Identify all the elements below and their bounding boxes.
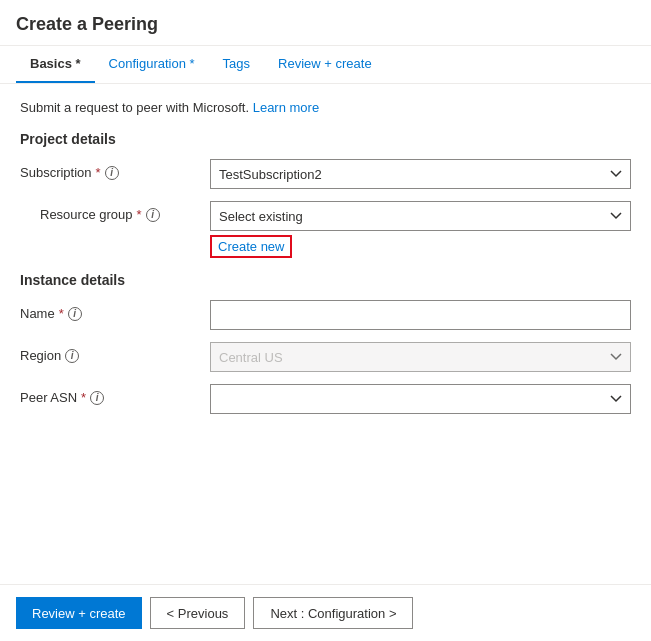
resource-group-required-star: *: [137, 207, 142, 222]
subscription-dropdown[interactable]: TestSubscription2: [210, 159, 631, 189]
subscription-label: Subscription * i: [20, 159, 200, 180]
subscription-row: Subscription * i TestSubscription2: [20, 159, 631, 189]
info-text: Submit a request to peer with Microsoft.…: [20, 100, 631, 115]
region-dropdown[interactable]: Central US: [210, 342, 631, 372]
subscription-info-icon: i: [105, 166, 119, 180]
peer-asn-label: Peer ASN * i: [20, 384, 200, 405]
name-required-star: *: [59, 306, 64, 321]
resource-group-label: Resource group * i: [20, 201, 200, 222]
peer-asn-row: Peer ASN * i: [20, 384, 631, 414]
tabs-bar: Basics * Configuration * Tags Review + c…: [0, 46, 651, 84]
peer-asn-dropdown[interactable]: [210, 384, 631, 414]
region-label: Region i: [20, 342, 200, 363]
name-control: [210, 300, 631, 330]
page-title: Create a Peering: [16, 14, 635, 35]
footer: Review + create < Previous Next : Config…: [0, 584, 651, 641]
instance-details-title: Instance details: [20, 272, 631, 288]
tab-tags[interactable]: Tags: [209, 46, 264, 83]
subscription-control: TestSubscription2: [210, 159, 631, 189]
tab-configuration[interactable]: Configuration *: [95, 46, 209, 83]
peer-asn-info-icon: i: [90, 391, 104, 405]
region-info-icon: i: [65, 349, 79, 363]
resource-group-info-icon: i: [146, 208, 160, 222]
resource-group-control: Select existing Create new: [210, 201, 631, 258]
submit-info-text: Submit a request to peer with Microsoft.: [20, 100, 249, 115]
subscription-required-star: *: [96, 165, 101, 180]
project-details-title: Project details: [20, 131, 631, 147]
form-content: Submit a request to peer with Microsoft.…: [0, 84, 651, 584]
name-label: Name * i: [20, 300, 200, 321]
review-create-button[interactable]: Review + create: [16, 597, 142, 629]
name-row: Name * i: [20, 300, 631, 330]
region-row: Region i Central US: [20, 342, 631, 372]
peer-asn-required-star: *: [81, 390, 86, 405]
region-control: Central US: [210, 342, 631, 372]
tab-review[interactable]: Review + create: [264, 46, 386, 83]
name-input[interactable]: [210, 300, 631, 330]
tab-basics[interactable]: Basics *: [16, 46, 95, 83]
learn-more-link[interactable]: Learn more: [253, 100, 319, 115]
resource-group-dropdown[interactable]: Select existing: [210, 201, 631, 231]
peer-asn-control: [210, 384, 631, 414]
resource-group-row: Resource group * i Select existing Creat…: [20, 201, 631, 258]
create-new-link[interactable]: Create new: [210, 235, 292, 258]
next-button[interactable]: Next : Configuration >: [253, 597, 413, 629]
name-info-icon: i: [68, 307, 82, 321]
previous-button[interactable]: < Previous: [150, 597, 246, 629]
